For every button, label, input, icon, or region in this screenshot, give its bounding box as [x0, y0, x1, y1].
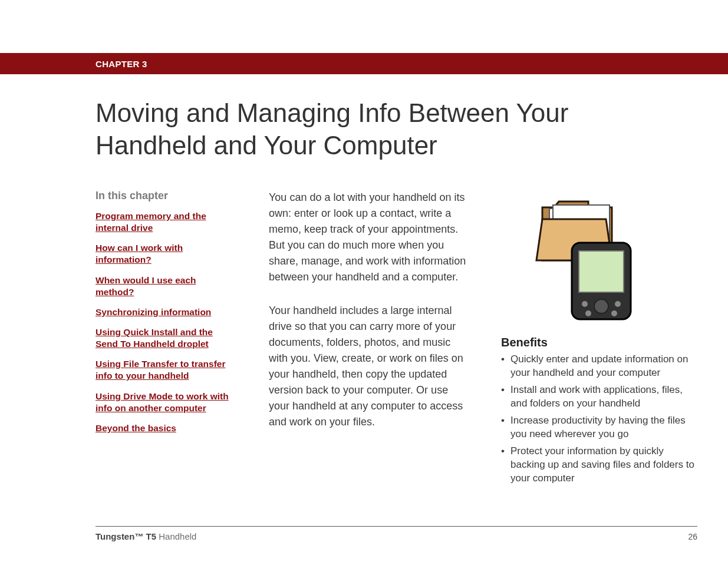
footer-product-rest: Handheld — [156, 531, 196, 541]
svg-point-4 — [594, 299, 608, 313]
toc-link-how-work-info[interactable]: How can I work with information? — [95, 242, 231, 266]
toc-link-beyond-basics[interactable]: Beyond the basics — [95, 422, 231, 434]
page-footer: Tungsten™ T5 Handheld 26 — [95, 531, 697, 553]
benefit-item: Protect your information by quickly back… — [501, 445, 697, 485]
footer-rule — [95, 526, 697, 527]
toc-link-quick-install[interactable]: Using Quick Install and the Send To Hand… — [95, 326, 231, 350]
footer-product-name: Tungsten™ T5 — [95, 531, 156, 541]
toc-heading: In this chapter — [95, 190, 237, 202]
toc-link-drive-mode[interactable]: Using Drive Mode to work with info on an… — [95, 391, 231, 414]
toc-link-when-use-method[interactable]: When would I use each method? — [95, 275, 231, 298]
columns: In this chapter Program memory and the i… — [95, 190, 697, 488]
svg-point-5 — [582, 301, 588, 307]
page-content: Moving and Managing Info Between Your Ha… — [0, 74, 728, 553]
svg-point-8 — [611, 310, 617, 316]
svg-rect-3 — [579, 251, 624, 292]
toc-column: In this chapter Program memory and the i… — [95, 190, 237, 488]
benefit-item: Quickly enter and update information on … — [501, 353, 697, 380]
svg-point-7 — [585, 310, 591, 316]
right-column: Benefits Quickly enter and update inform… — [501, 190, 697, 488]
intro-paragraph-1: You can do a lot with your handheld on i… — [269, 190, 469, 285]
svg-point-6 — [615, 301, 621, 307]
page-title: Moving and Managing Info Between Your Ha… — [95, 97, 602, 161]
benefit-item: Increase productivity by having the file… — [501, 414, 697, 441]
chapter-header-bar: CHAPTER 3 — [0, 53, 728, 74]
benefit-item: Install and work with applications, file… — [501, 384, 697, 411]
toc-link-sync-info[interactable]: Synchronizing information — [95, 306, 231, 318]
benefits-list: Quickly enter and update information on … — [501, 353, 697, 485]
footer-product: Tungsten™ T5 Handheld — [95, 531, 196, 541]
handheld-folder-icon — [501, 190, 643, 325]
intro-paragraph-2: Your handheld includes a large internal … — [269, 303, 469, 430]
top-spacer — [0, 0, 728, 53]
body-column: You can do a lot with your handheld on i… — [269, 190, 469, 488]
chapter-label: CHAPTER 3 — [95, 59, 147, 69]
hero-illustration — [501, 190, 643, 325]
toc-link-file-transfer[interactable]: Using File Transfer to transfer info to … — [95, 358, 231, 382]
footer-page-number: 26 — [688, 532, 697, 541]
benefits-heading: Benefits — [501, 336, 697, 349]
toc-link-program-memory[interactable]: Program memory and the internal drive — [95, 210, 231, 234]
